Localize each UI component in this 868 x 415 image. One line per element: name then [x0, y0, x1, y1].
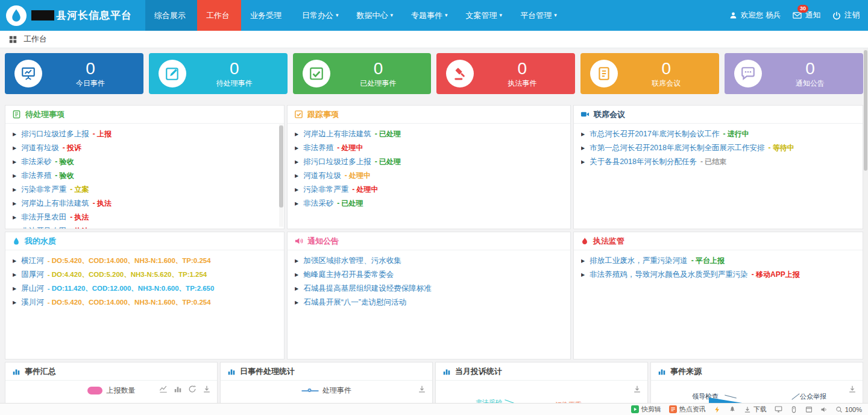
pending-item[interactable]: ▶ 河道有垃圾 - 投诉 — [13, 141, 277, 155]
item-status: - 移动APP上报 — [752, 270, 800, 280]
nav-item[interactable]: 工作台 — [197, 0, 241, 31]
nav-item[interactable]: 平台管理 ▾ — [511, 0, 566, 31]
download-icon[interactable] — [203, 385, 211, 393]
bar-chart-icon — [12, 367, 20, 376]
nav-item[interactable]: 文案管理 ▾ — [457, 0, 512, 31]
pending-item[interactable]: ▶ 非法开垦农田 - 执法 — [13, 211, 277, 224]
clipboard-list-icon — [12, 110, 21, 119]
user-welcome[interactable]: 欢迎您 杨兵 — [729, 10, 781, 21]
bar-chart-toggle-icon[interactable] — [174, 385, 182, 393]
download-icon[interactable] — [418, 385, 426, 393]
pending-item[interactable]: ▶ 排污口垃圾过多上报 - 上报 — [13, 127, 277, 141]
tracking-item[interactable]: ▶ 污染非常严重 - 处理中 — [295, 183, 563, 197]
announcement-item[interactable]: ▶ 鲍峰庭主持召开县委常委会 — [295, 268, 563, 282]
nav-item-label: 数据中心 — [357, 0, 388, 31]
stat-card-handled-events[interactable]: 0 已处理事件 — [293, 53, 432, 94]
speaker-icon[interactable] — [820, 406, 828, 413]
nav-item[interactable]: 日常办公 ▾ — [293, 0, 348, 31]
caret-right-icon: ▶ — [13, 145, 16, 151]
download-button[interactable]: 下载 — [744, 405, 767, 414]
grid-icon[interactable] — [9, 36, 17, 43]
announcement-item[interactable]: ▶ 加强区域排水管理、污水收集 — [295, 254, 563, 268]
monitor-icon[interactable] — [775, 405, 782, 413]
breadcrumb-label: 工作台 — [24, 34, 47, 45]
notifications-button[interactable]: 30 通知 — [793, 10, 820, 21]
play-icon — [631, 405, 639, 413]
pending-item[interactable]: ▶ 非法开垦农田 - 执法 — [13, 224, 277, 229]
stat-card-pending-events[interactable]: 0 待处理事件 — [149, 53, 288, 94]
download-icon[interactable] — [848, 385, 857, 393]
stat-card-joint-meeting[interactable]: 0 联席会议 — [580, 53, 719, 94]
tracking-item[interactable]: ▶ 非法养殖 - 处理中 — [295, 141, 563, 155]
logout-button[interactable]: 注销 — [832, 10, 860, 21]
stat-value: 0 — [762, 59, 858, 78]
nav-item[interactable]: 数据中心 ▾ — [348, 0, 403, 31]
stat-card-enforcement-events[interactable]: 0 执法事件 — [436, 53, 575, 94]
water-quality-item[interactable]: ▶ 溪川河 - DO:5.420、COD:14.000、NH3-N:1.600、… — [13, 296, 277, 309]
river-name: 溪川河 — [21, 297, 44, 308]
water-quality-item[interactable]: ▶ 横江河 - DO:5.420、COD:14.000、NH3-N:1.600、… — [13, 254, 277, 268]
mouse-icon[interactable] — [790, 406, 797, 413]
water-quality-item[interactable]: ▶ 屏山河 - DO:11.420、COD:12.000、NH3-N:0.600… — [13, 282, 277, 296]
pending-item[interactable]: ▶ 非法采砂 - 验收 — [13, 155, 277, 169]
item-title: 市总河长召开2017年底河长制会议工作 — [590, 129, 719, 139]
meeting-item[interactable]: ▶ 关于各县2018年河长制分配任务 - 已结束 — [581, 155, 855, 169]
panel-title: 日事件处理统计 — [240, 366, 295, 377]
caret-right-icon: ▶ — [295, 145, 298, 151]
caret-right-icon: ▶ — [295, 187, 298, 192]
rocket-icon[interactable] — [729, 406, 736, 413]
magnifier-icon — [835, 406, 843, 413]
tracking-item[interactable]: ▶ 非法采砂 - 已处理 — [295, 197, 563, 211]
chart-toolbox — [159, 385, 211, 393]
enforcement-item[interactable]: ▶ 非法养殖鸡，导致河水颜色及水质受到严重污染 - 移动APP上报 — [581, 268, 855, 282]
pending-item[interactable]: ▶ 河岸边上有非法建筑 - 执法 — [13, 197, 277, 211]
window-icon[interactable] — [805, 406, 813, 413]
bolt-icon[interactable] — [714, 406, 721, 413]
nav-item-label: 日常办公 — [302, 0, 333, 31]
announcement-item[interactable]: ▶ 石城县提高基层组织建设经费保障标准 — [295, 282, 563, 296]
caret-right-icon: ▶ — [13, 187, 16, 192]
line-chart-toggle-icon[interactable] — [159, 385, 168, 393]
pending-item[interactable]: ▶ 污染非常严重 - 立案 — [13, 183, 277, 197]
scrollbar-thumb[interactable] — [279, 125, 283, 208]
breadcrumb: 工作台 — [0, 31, 868, 48]
download-icon[interactable] — [633, 385, 641, 393]
panel-scrollbar[interactable] — [279, 124, 283, 227]
platform-logo-icon[interactable] — [6, 5, 27, 26]
caret-right-icon: ▶ — [295, 300, 298, 305]
quick-clip-button[interactable]: 快剪辑 — [631, 405, 661, 414]
item-status: - 平台上报 — [691, 256, 725, 266]
meeting-item[interactable]: ▶ 市第一总河长召开2018年底河长制全面展示工作安排 - 等待中 — [581, 141, 855, 155]
stat-text: 0 待处理事件 — [186, 59, 283, 89]
tracking-item[interactable]: ▶ 排污口垃圾过多上报 - 已处理 — [295, 155, 563, 169]
nav-item[interactable]: 业务受理 — [241, 0, 293, 31]
zoom-control[interactable]: 100% — [835, 406, 862, 413]
nav-item[interactable]: 综合展示 — [145, 0, 197, 31]
stat-card-today-events[interactable]: 0 今日事件 — [5, 53, 143, 94]
enforcement-item[interactable]: ▶ 排放工业废水，严重污染河道 - 平台上报 — [581, 254, 855, 268]
announcement-item[interactable]: ▶ 石城县开展“八一”走访慰问活动 — [295, 296, 563, 309]
caret-right-icon: ▶ — [13, 159, 16, 165]
meeting-list: ▶ 市总河长召开2017年底河长制会议工作 - 进行中 ▶ 市第一总河长召开20… — [574, 124, 863, 169]
stat-card-announcements[interactable]: 0 通知公告 — [725, 53, 863, 94]
river-name: 屏山河 — [21, 284, 44, 294]
hot-news-button[interactable]: 热点资讯 — [669, 405, 706, 414]
page-scrollbar[interactable] — [863, 48, 868, 403]
water-quality-item[interactable]: ▶ 固厚河 - DO:4.420、COD:5.200、NH3-N:5.620、T… — [13, 268, 277, 282]
refresh-icon[interactable] — [188, 385, 197, 393]
bar-chart-icon — [227, 367, 236, 376]
item-status: - 进行中 — [723, 129, 749, 139]
caret-right-icon: ▶ — [13, 300, 16, 305]
tracking-item[interactable]: ▶ 河道有垃圾 - 处理中 — [295, 169, 563, 183]
water-drop-icon — [12, 237, 20, 246]
nav-item[interactable]: 专题事件 ▾ — [402, 0, 457, 31]
legend-item[interactable]: 上报数量 — [87, 385, 136, 396]
scrollbar-thumb[interactable] — [864, 50, 867, 171]
meeting-item[interactable]: ▶ 市总河长召开2017年底河长制会议工作 - 进行中 — [581, 127, 855, 141]
nav-item-label: 工作台 — [206, 0, 230, 31]
item-title: 河岸边上有非法建筑 — [303, 129, 371, 139]
tracking-item[interactable]: ▶ 河岸边上有非法建筑 - 已处理 — [295, 127, 563, 141]
legend-item[interactable]: 处理事件 — [301, 385, 351, 396]
pending-item[interactable]: ▶ 非法养殖 - 验收 — [13, 169, 277, 183]
stat-label: 已处理事件 — [330, 78, 427, 89]
